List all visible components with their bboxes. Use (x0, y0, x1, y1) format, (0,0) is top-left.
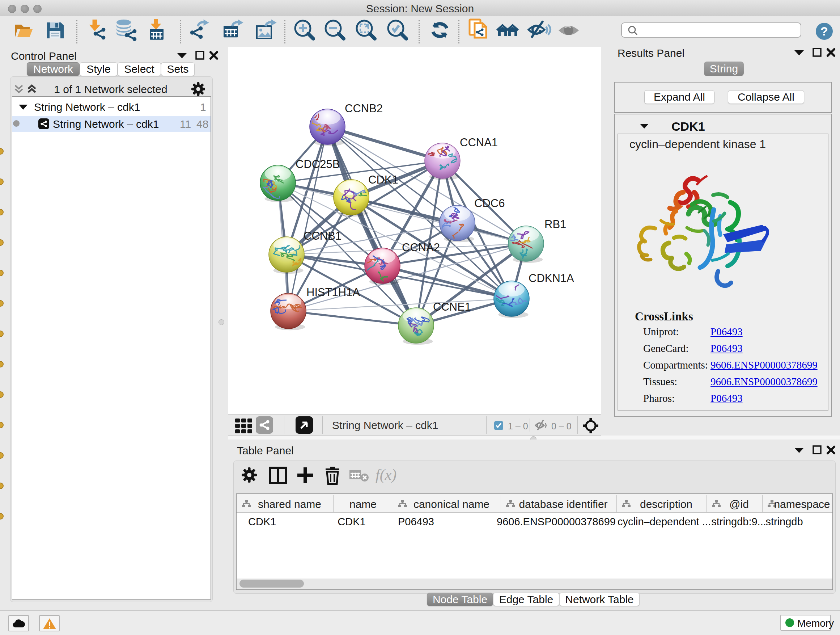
svg-text:CCNB2: CCNB2 (345, 102, 383, 115)
svg-text:CDC25B: CDC25B (295, 158, 340, 171)
svg-text:RB1: RB1 (545, 218, 566, 231)
svg-text:CDC6: CDC6 (474, 197, 505, 210)
svg-text:CCNB1: CCNB1 (303, 230, 341, 242)
svg-text:CCNA2: CCNA2 (402, 241, 440, 254)
svg-text:CCNE1: CCNE1 (433, 301, 471, 313)
svg-text:CCNA1: CCNA1 (460, 136, 498, 149)
svg-text:CDK1: CDK1 (368, 173, 398, 186)
svg-text:HIST1H1A: HIST1H1A (306, 286, 360, 299)
svg-text:CDKN1A: CDKN1A (529, 272, 574, 285)
